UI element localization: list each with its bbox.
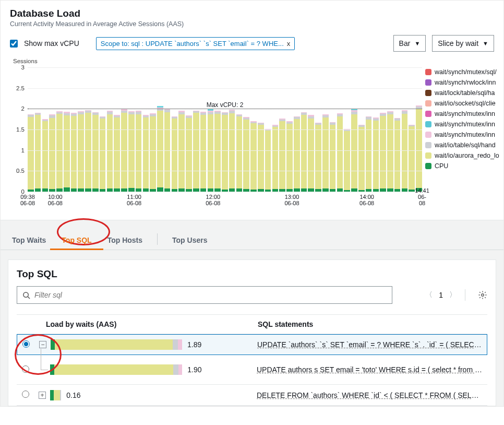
chart-bar[interactable] — [85, 110, 91, 192]
row-select-radio[interactable] — [22, 365, 29, 373]
sql-statement[interactable]: UPDATE authors s SET email = 'toto' WHER… — [257, 365, 487, 374]
chart-bar[interactable] — [286, 121, 293, 192]
legend-swatch — [425, 132, 431, 138]
chart-bar[interactable] — [35, 113, 41, 192]
legend-swatch — [425, 142, 431, 148]
filter-sql-field[interactable] — [34, 291, 387, 299]
tab-top-hosts[interactable]: Top Hosts — [105, 233, 145, 250]
col-header-load[interactable]: Load by waits (AAS) — [46, 320, 258, 328]
chart-bar[interactable] — [272, 125, 279, 192]
chart-bar[interactable] — [128, 111, 135, 192]
legend-item[interactable]: wait/io/socket/sql/clie — [425, 100, 502, 107]
next-page-icon[interactable]: 〉 — [449, 290, 457, 300]
chart-bar[interactable] — [222, 112, 228, 192]
chart-bar[interactable] — [301, 112, 307, 192]
row-select-radio[interactable] — [22, 340, 30, 348]
table-row[interactable]: 1.90UPDATE authors s SET email = 'toto' … — [17, 355, 487, 385]
chart-bar[interactable] — [150, 113, 156, 192]
sql-statement[interactable]: DELETE FROM `authors` WHERE `id` < ( SEL… — [257, 391, 487, 399]
chart-bar[interactable] — [178, 111, 185, 192]
col-header-sql[interactable]: SQL statements — [258, 320, 487, 328]
collapse-icon[interactable]: − — [39, 341, 46, 348]
expand-icon[interactable]: + — [39, 392, 46, 399]
legend-label: CPU — [435, 162, 448, 170]
chart-bar[interactable] — [200, 112, 207, 192]
table-row[interactable]: −1.89UPDATE `authors` `s` SET `email` = … — [17, 334, 487, 355]
chart-bar[interactable] — [78, 111, 84, 192]
chart-bar[interactable] — [394, 118, 401, 192]
legend-label: wait/io/socket/sql/clie — [435, 100, 496, 107]
legend-swatch — [425, 121, 431, 127]
legend-item[interactable]: wait/lock/table/sql/ha — [425, 89, 502, 97]
load-chart[interactable]: 00.511.522.53 Max vCPU: 2 09:3806-0810:0… — [10, 65, 422, 206]
filter-sql-input[interactable] — [17, 286, 392, 304]
chart-bar[interactable] — [387, 111, 393, 192]
chart-bar[interactable] — [294, 116, 300, 192]
y-tick: 2.5 — [16, 85, 25, 91]
chart-bar[interactable] — [366, 116, 372, 192]
legend-item[interactable]: wait/synch/rwlock/inn — [425, 79, 502, 86]
chart-bar[interactable] — [172, 116, 178, 192]
chart-bar[interactable] — [416, 105, 422, 192]
chart-bar[interactable] — [143, 115, 149, 192]
tab-top-sql[interactable]: Top SQL — [59, 233, 93, 250]
chart-bar[interactable] — [243, 117, 249, 192]
chart-bar[interactable] — [214, 111, 221, 192]
table-row[interactable]: +0.16DELETE FROM `authors` WHERE `id` < … — [17, 385, 487, 406]
close-icon[interactable]: x — [287, 40, 291, 48]
chart-bar[interactable] — [28, 114, 34, 192]
chart-bar[interactable] — [42, 119, 49, 192]
chart-bar[interactable] — [193, 111, 199, 192]
x-tick: 14:4106-08 — [415, 187, 429, 206]
chart-bar[interactable] — [409, 125, 415, 192]
x-tick: 13:0006-08 — [284, 194, 299, 206]
chart-bar[interactable] — [322, 114, 329, 192]
gear-icon[interactable] — [478, 290, 487, 300]
tabs: Top WaitsTop SQLTop HostsTop Users — [1, 220, 503, 250]
row-select-radio[interactable] — [22, 391, 29, 398]
legend-item[interactable]: wait/io/aurora_redo_lo — [425, 152, 502, 159]
legend-label: wait/synch/mutex/inn — [435, 121, 495, 128]
chart-bar[interactable] — [250, 121, 257, 192]
scope-filter-pill[interactable]: Scope to: sql : UPDATE `authors` `s` SET… — [96, 37, 295, 50]
chart-bar[interactable] — [258, 123, 264, 192]
chart-bar[interactable] — [315, 123, 321, 192]
legend-item[interactable]: wait/synch/mutex/sql/ — [425, 68, 502, 76]
panel-title: Top SQL — [17, 268, 487, 280]
legend-item[interactable]: CPU — [425, 162, 502, 170]
chart-bar[interactable] — [92, 112, 99, 192]
legend-item[interactable]: wait/synch/mutex/inn — [425, 121, 502, 128]
chart-bar[interactable] — [186, 115, 192, 192]
chart-bar[interactable] — [344, 129, 350, 192]
chart-bar[interactable] — [380, 113, 386, 192]
slice-by-select[interactable]: Slice by wait ▼ — [432, 35, 494, 52]
chart-bar[interactable] — [308, 115, 314, 192]
chart-bar[interactable] — [56, 111, 63, 192]
chart-bar[interactable] — [49, 114, 55, 192]
chart-bar[interactable] — [358, 125, 365, 192]
legend-item[interactable]: wait/synch/mutex/inn — [425, 131, 502, 138]
legend-item[interactable]: wait/synch/mutex/inn — [425, 110, 502, 117]
legend-label: wait/synch/mutex/inn — [435, 131, 495, 138]
sql-statement[interactable]: UPDATE `authors` `s` SET `email` = ? WHE… — [257, 340, 487, 349]
chart-bar[interactable] — [337, 113, 343, 192]
chart-bar[interactable] — [107, 111, 113, 192]
tab-top-waits[interactable]: Top Waits — [10, 233, 48, 250]
chart-bar[interactable] — [157, 106, 163, 192]
chart-bar[interactable] — [330, 122, 336, 192]
viz-type-select[interactable]: Bar ▼ — [393, 35, 426, 52]
chart-bar[interactable] — [402, 110, 408, 192]
legend-item[interactable]: wait/io/table/sql/hand — [425, 141, 502, 149]
chart-bar[interactable] — [373, 117, 379, 192]
chart-bar[interactable] — [100, 116, 106, 192]
chart-bar[interactable] — [265, 129, 271, 192]
chart-bar[interactable] — [71, 113, 77, 192]
page-number: 1 — [439, 291, 443, 299]
chart-bar[interactable] — [136, 111, 142, 192]
show-max-vcpu-checkbox[interactable] — [10, 40, 18, 48]
chart-bar[interactable] — [236, 114, 243, 192]
chart-bar[interactable] — [64, 112, 70, 192]
tab-top-users[interactable]: Top Users — [170, 233, 209, 250]
chart-bar[interactable] — [114, 115, 120, 192]
prev-page-icon[interactable]: 〈 — [425, 290, 433, 300]
